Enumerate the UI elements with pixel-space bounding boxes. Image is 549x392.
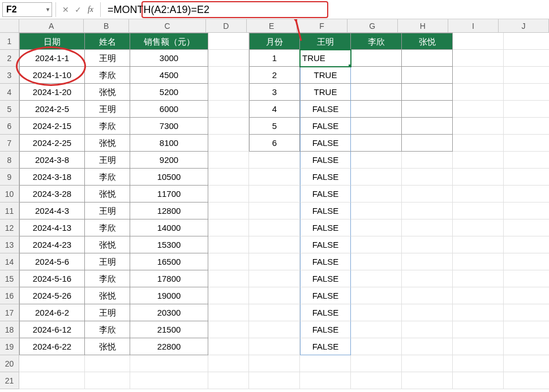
cell[interactable]	[208, 355, 249, 372]
spreadsheet-grid[interactable]: A B C D E F G H I J 1日期姓名销售额（元）月份王明李欣张悦2…	[0, 19, 549, 392]
cell[interactable]	[351, 169, 402, 186]
cell[interactable]	[208, 84, 249, 101]
table1-cell[interactable]: 张悦	[85, 236, 130, 253]
cell[interactable]	[130, 355, 208, 372]
cell[interactable]	[402, 135, 453, 152]
spill-cell[interactable]: FALSE	[300, 118, 351, 135]
cell[interactable]	[504, 321, 549, 338]
table1-cell[interactable]: 李欣	[85, 219, 130, 236]
cell[interactable]	[504, 152, 549, 169]
cell[interactable]	[402, 84, 453, 101]
spill-cell[interactable]: FALSE	[300, 203, 351, 219]
col-header-G[interactable]: G	[348, 19, 398, 33]
cell[interactable]	[351, 186, 402, 203]
table1-cell[interactable]: 21500	[130, 321, 208, 338]
table1-cell[interactable]: 张悦	[85, 287, 130, 304]
cell[interactable]	[208, 287, 249, 304]
spill-cell[interactable]: FALSE	[300, 321, 351, 338]
row-header[interactable]: 6	[0, 118, 19, 135]
cell[interactable]	[249, 287, 300, 304]
cell[interactable]	[351, 355, 402, 372]
table1-cell[interactable]: 王明	[85, 304, 130, 321]
col-header-I[interactable]: I	[448, 19, 499, 33]
cell[interactable]	[504, 33, 549, 50]
table1-header[interactable]: 日期	[19, 33, 85, 50]
spill-cell[interactable]: FALSE	[300, 304, 351, 321]
cell[interactable]	[85, 372, 130, 389]
cell[interactable]	[208, 219, 249, 236]
cell[interactable]	[249, 321, 300, 338]
cell[interactable]	[453, 304, 504, 321]
table2-header[interactable]: 李欣	[351, 33, 402, 50]
cell[interactable]	[453, 118, 504, 135]
cell[interactable]	[208, 67, 249, 84]
table1-cell[interactable]: 张悦	[85, 186, 130, 203]
row-header[interactable]: 17	[0, 304, 19, 321]
cell[interactable]	[402, 186, 453, 203]
cell[interactable]	[504, 169, 549, 186]
cell[interactable]	[351, 219, 402, 236]
spill-cell[interactable]: FALSE	[300, 169, 351, 186]
row-header[interactable]: 15	[0, 270, 19, 287]
table1-cell[interactable]: 2024-1-20	[19, 84, 85, 101]
col-header-D[interactable]: D	[206, 19, 246, 33]
spill-cell[interactable]: FALSE	[300, 186, 351, 203]
cell[interactable]	[504, 186, 549, 203]
cell[interactable]	[300, 372, 351, 389]
fill-handle[interactable]	[349, 64, 351, 67]
cell[interactable]	[402, 338, 453, 355]
row-header[interactable]: 7	[0, 135, 19, 152]
cell[interactable]	[504, 118, 549, 135]
table1-cell[interactable]: 2024-1-1	[19, 50, 85, 67]
table1-cell[interactable]: 16500	[130, 253, 208, 270]
table2-header[interactable]: 王明	[300, 33, 351, 50]
spill-cell[interactable]: FALSE	[300, 338, 351, 355]
cell[interactable]	[402, 355, 453, 372]
table1-cell[interactable]: 张悦	[85, 84, 130, 101]
table1-cell[interactable]: 2024-3-18	[19, 169, 85, 186]
cell[interactable]	[19, 355, 85, 372]
cell[interactable]	[351, 287, 402, 304]
cell[interactable]	[453, 101, 504, 118]
table2-month[interactable]: 6	[249, 135, 300, 152]
table2-month[interactable]: 1	[249, 50, 300, 67]
select-all-corner[interactable]	[0, 19, 19, 33]
table1-cell[interactable]: 2024-1-10	[19, 67, 85, 84]
table2-header[interactable]: 月份	[249, 33, 300, 50]
cell[interactable]	[351, 67, 402, 84]
cell[interactable]	[351, 304, 402, 321]
cell[interactable]	[208, 50, 249, 67]
cell[interactable]	[351, 270, 402, 287]
table1-cell[interactable]: 王明	[85, 152, 130, 169]
table1-cell[interactable]: 4500	[130, 67, 208, 84]
cell[interactable]	[453, 287, 504, 304]
table1-cell[interactable]: 12800	[130, 203, 208, 219]
row-header[interactable]: 9	[0, 169, 19, 186]
table1-cell[interactable]: 11700	[130, 186, 208, 203]
cell[interactable]	[249, 236, 300, 253]
cell[interactable]	[453, 169, 504, 186]
cell[interactable]	[208, 203, 249, 219]
table1-cell[interactable]: 李欣	[85, 118, 130, 135]
spill-cell[interactable]: FALSE	[300, 152, 351, 169]
table1-cell[interactable]: 7300	[130, 118, 208, 135]
table1-cell[interactable]: 李欣	[85, 169, 130, 186]
cell[interactable]	[208, 33, 249, 50]
cell[interactable]	[351, 203, 402, 219]
cell[interactable]	[249, 253, 300, 270]
cell[interactable]	[453, 33, 504, 50]
table1-cell[interactable]: 2024-6-2	[19, 304, 85, 321]
cell[interactable]	[402, 152, 453, 169]
row-header[interactable]: 4	[0, 84, 19, 101]
cell[interactable]	[453, 186, 504, 203]
cell[interactable]	[208, 270, 249, 287]
cell[interactable]	[208, 101, 249, 118]
table1-cell[interactable]: 15300	[130, 236, 208, 253]
cell[interactable]	[351, 321, 402, 338]
row-header[interactable]: 10	[0, 186, 19, 203]
cell[interactable]	[453, 50, 504, 67]
cell[interactable]	[453, 67, 504, 84]
spill-cell[interactable]: FALSE	[300, 236, 351, 253]
table2-month[interactable]: 4	[249, 101, 300, 118]
cell[interactable]	[504, 135, 549, 152]
